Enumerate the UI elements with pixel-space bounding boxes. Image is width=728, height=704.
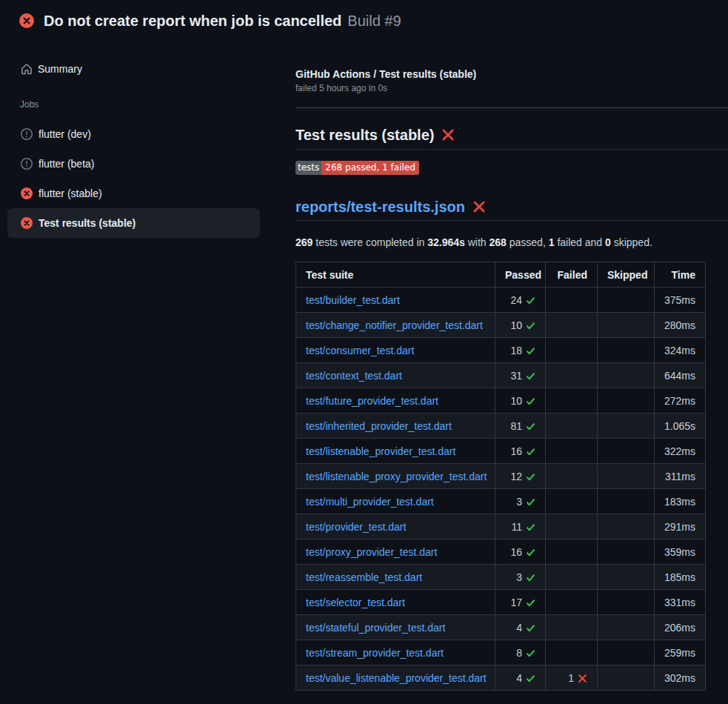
failed-cell (546, 288, 598, 313)
skipped-cell (598, 640, 655, 665)
report-link[interactable]: reports/test-results.json (295, 199, 465, 215)
table-row: test/listenable_proxy_provider_test.dart… (296, 464, 706, 489)
suite-link[interactable]: test/change_notifier_provider_test.dart (306, 319, 483, 331)
passed-cell: 18 (495, 338, 546, 363)
skipped-cell (598, 590, 655, 615)
check-icon (526, 497, 535, 507)
time-cell: 331ms (655, 590, 706, 615)
failed-cell (546, 313, 598, 338)
time-cell: 324ms (655, 338, 706, 363)
passed-cell: 10 (495, 313, 546, 338)
suite-link[interactable]: test/listenable_provider_test.dart (306, 445, 455, 457)
passed-cell: 4 (495, 615, 546, 640)
suite-cell: test/value_listenable_provider_test.dart (296, 665, 495, 691)
time-cell: 322ms (655, 439, 706, 464)
skipped-cell (598, 539, 655, 565)
passed-cell: 3 (495, 489, 546, 514)
badge-value: 268 passed, 1 failed (321, 161, 419, 175)
suite-link[interactable]: test/listenable_proxy_provider_test.dart (306, 471, 487, 482)
passed-cell: 31 (495, 363, 546, 388)
check-icon (526, 371, 535, 381)
skipped-cell (598, 338, 655, 363)
table-row: test/builder_test.dart24375ms (296, 288, 706, 313)
failed-cell (546, 590, 598, 615)
cancelled-icon (21, 158, 33, 170)
sidebar-job-item[interactable]: flutter (dev) (7, 119, 260, 149)
failed-cell (546, 565, 598, 590)
test-table-body: test/builder_test.dart24375mstest/change… (296, 288, 706, 691)
suite-cell: test/listenable_proxy_provider_test.dart (296, 464, 495, 489)
suite-link[interactable]: test/context_test.dart (306, 370, 402, 382)
failed-cell (546, 464, 598, 489)
suite-link[interactable]: test/proxy_provider_test.dart (306, 546, 437, 558)
failed-cell (546, 539, 598, 565)
suite-cell: test/listenable_provider_test.dart (296, 439, 495, 464)
column-header: Failed (546, 262, 598, 288)
suite-link[interactable]: test/inherited_provider_test.dart (306, 420, 452, 432)
skipped-cell (598, 665, 655, 691)
sidebar-job-item[interactable]: flutter (beta) (7, 149, 260, 179)
table-row: test/context_test.dart31644ms (296, 363, 706, 388)
suite-link[interactable]: test/stateful_provider_test.dart (306, 622, 445, 634)
suite-link[interactable]: test/reassemble_test.dart (306, 571, 422, 583)
cancelled-icon (21, 128, 33, 140)
jobs-section-label: Jobs (0, 97, 278, 112)
passed-cell: 12 (495, 464, 546, 489)
suite-cell: test/stream_provider_test.dart (296, 640, 495, 665)
suite-cell: test/inherited_provider_test.dart (296, 414, 495, 439)
time-cell: 375ms (655, 288, 706, 313)
suite-link[interactable]: test/provider_test.dart (306, 521, 406, 533)
section-heading-text: Test results (stable) (295, 127, 434, 143)
suite-link[interactable]: test/multi_provider_test.dart (306, 496, 434, 508)
skipped-cell (598, 288, 655, 313)
suite-cell: test/change_notifier_provider_test.dart (296, 313, 495, 338)
x-circle-icon (21, 187, 33, 199)
table-row: test/change_notifier_provider_test.dart1… (296, 313, 706, 338)
summary-text: 269 tests were completed in 32.964s with… (295, 236, 728, 248)
check-icon (526, 472, 535, 482)
skipped-cell (598, 388, 655, 414)
time-cell: 259ms (655, 640, 706, 665)
suite-link[interactable]: test/selector_test.dart (306, 597, 405, 608)
suite-cell: test/selector_test.dart (296, 590, 495, 615)
job-label: Test results (stable) (39, 217, 136, 229)
check-icon (526, 648, 535, 658)
sidebar: Summary Jobs flutter (dev)flutter (beta)… (0, 54, 278, 238)
passed-cell: 17 (495, 590, 546, 615)
job-label: flutter (beta) (39, 158, 94, 170)
check-icon (526, 447, 535, 456)
time-cell: 291ms (655, 514, 706, 539)
suite-cell: test/future_provider_test.dart (296, 388, 495, 414)
check-icon (526, 396, 535, 406)
check-icon (526, 598, 535, 608)
check-icon (526, 674, 535, 683)
suite-link[interactable]: test/future_provider_test.dart (306, 395, 438, 407)
status-line: failed 5 hours ago in 0s (295, 83, 728, 93)
table-row: test/stream_provider_test.dart8259ms (296, 640, 706, 665)
sidebar-item-summary[interactable]: Summary (0, 54, 278, 84)
failed-cell: 1 (546, 665, 598, 691)
jobs-list: flutter (dev)flutter (beta)flutter (stab… (0, 119, 278, 238)
time-cell: 302ms (655, 665, 706, 691)
passed-cell: 11 (495, 514, 546, 539)
suite-cell: test/consumer_test.dart (296, 338, 495, 363)
suite-link[interactable]: test/builder_test.dart (306, 294, 400, 306)
check-icon (526, 422, 535, 431)
table-row: test/consumer_test.dart18324ms (296, 338, 706, 363)
sidebar-job-item[interactable]: flutter (stable) (7, 179, 260, 208)
table-row: test/proxy_provider_test.dart16359ms (296, 539, 706, 565)
test-results-table: Test suitePassedFailedSkippedTime test/b… (295, 262, 706, 691)
table-row: test/value_listenable_provider_test.dart… (296, 665, 706, 691)
passed-cell: 24 (495, 288, 546, 313)
divider (295, 107, 728, 108)
skipped-cell (598, 514, 655, 539)
suite-cell: test/context_test.dart (296, 363, 495, 388)
suite-link[interactable]: test/consumer_test.dart (306, 345, 414, 356)
suite-link[interactable]: test/stream_provider_test.dart (306, 647, 444, 659)
column-header: Time (655, 262, 706, 288)
failed-x-icon (472, 200, 486, 216)
sidebar-job-item[interactable]: Test results (stable) (7, 208, 260, 238)
passed-cell: 4 (495, 665, 546, 691)
suite-link[interactable]: test/value_listenable_provider_test.dart (306, 672, 487, 684)
check-icon (526, 573, 535, 582)
